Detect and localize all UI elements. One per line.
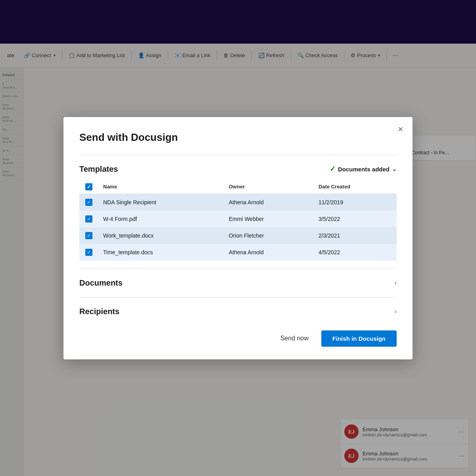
send-now-button[interactable]: Send now [274, 331, 315, 346]
modal-divider-1 [79, 155, 397, 155]
row-1-name: NDA Single Recipient [98, 194, 224, 211]
row-2-date: 3/5/2022 [314, 211, 397, 227]
documents-section-title: Documents [79, 278, 123, 288]
row-2-checkmark: ✓ [87, 217, 91, 221]
table-row: ✓ W-4 Form.pdf Emmi Webber 3/5/2022 [79, 211, 397, 227]
modal-close-button[interactable]: × [398, 125, 403, 134]
row-2-owner: Emmi Webber [224, 211, 314, 227]
row-1-date: 11/2/2019 [314, 194, 397, 211]
table-row: ✓ NDA Single Recipient Athena Arnold 11/… [79, 194, 397, 211]
row-4-name: Time_template.docs [98, 244, 224, 261]
select-all-checkmark: ✓ [87, 184, 91, 189]
row-4-checkbox-cell: ✓ [79, 244, 98, 261]
row-1-owner: Athena Arnold [224, 194, 314, 211]
finish-in-docusign-button[interactable]: Finish in Docusign [321, 330, 397, 347]
documents-added-status: ✓ Documents added ⌄ [330, 165, 397, 173]
row-3-name: Work_template.docx [98, 227, 224, 244]
row-3-owner: Orion Fletcher [224, 227, 314, 244]
documents-section[interactable]: Documents › [79, 277, 397, 289]
section-divider-2 [79, 269, 397, 269]
table-row: ✓ Time_template.docs Athena Arnold 4/5/2… [79, 244, 397, 261]
section-divider-3 [79, 297, 397, 298]
row-2-checkbox-cell: ✓ [79, 211, 98, 227]
select-all-checkbox[interactable]: ✓ [85, 183, 92, 190]
row-3-checkbox-cell: ✓ [79, 227, 98, 244]
templates-section-header: Templates ✓ Documents added ⌄ [79, 165, 397, 174]
row-4-checkmark: ✓ [87, 250, 91, 255]
row-1-checkbox[interactable]: ✓ [85, 199, 92, 206]
recipients-chevron-icon: › [395, 308, 397, 315]
col-header-date: Date Created [314, 180, 397, 194]
col-header-checkbox: ✓ [79, 180, 98, 194]
documents-chevron-icon: › [395, 279, 397, 286]
modal-title: Send with Docusign [79, 131, 397, 144]
row-3-checkmark: ✓ [87, 233, 91, 238]
row-4-date: 4/5/2022 [314, 244, 397, 261]
modal-overlay: × Send with Docusign Templates ✓ Documen… [0, 0, 476, 476]
recipients-section-title: Recipients [79, 307, 119, 316]
templates-table: ✓ Name Owner Date Created ✓ [79, 180, 397, 261]
documents-added-label: Documents added [338, 166, 390, 173]
row-3-date: 2/3/2021 [314, 227, 397, 244]
table-row: ✓ Work_template.docx Orion Fletcher 2/3/… [79, 227, 397, 244]
col-header-owner: Owner [224, 180, 314, 194]
modal-footer: Send now Finish in Docusign [79, 330, 397, 347]
row-1-checkbox-cell: ✓ [79, 194, 98, 211]
row-1-checkmark: ✓ [87, 200, 91, 205]
check-icon: ✓ [330, 165, 336, 173]
chevron-down-icon[interactable]: ⌄ [392, 166, 397, 172]
row-3-checkbox[interactable]: ✓ [85, 232, 92, 239]
row-4-checkbox[interactable]: ✓ [85, 249, 92, 256]
row-2-name: W-4 Form.pdf [98, 211, 224, 227]
row-4-owner: Athena Arnold [224, 244, 314, 261]
recipients-section[interactable]: Recipients › [79, 305, 397, 318]
docusign-modal: × Send with Docusign Templates ✓ Documen… [63, 117, 413, 359]
templates-section-title: Templates [79, 165, 118, 174]
col-header-name: Name [98, 180, 224, 194]
row-2-checkbox[interactable]: ✓ [85, 215, 92, 223]
